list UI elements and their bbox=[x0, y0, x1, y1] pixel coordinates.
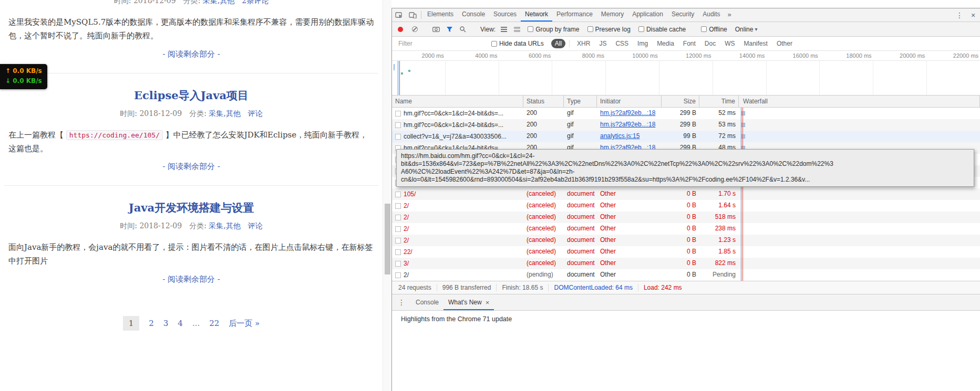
page-link-last[interactable]: 22 bbox=[209, 319, 219, 328]
scrollbar-thumb[interactable] bbox=[385, 204, 390, 274]
request-initiator[interactable]: analytics.js:15 bbox=[600, 132, 639, 140]
drawer-tab-label: What's New bbox=[448, 299, 482, 306]
post-title[interactable]: Java开发环境搭建与设置 bbox=[0, 200, 383, 215]
column-header-type[interactable]: Type bbox=[564, 96, 597, 107]
table-row[interactable]: 2/(canceled)documentOther0 B1.23 s bbox=[392, 235, 980, 246]
post-time: 时间: 2018-12-09 bbox=[120, 109, 182, 118]
group-by-frame-checkbox[interactable]: Group by frame bbox=[528, 26, 579, 33]
filter-pill-media[interactable]: Media bbox=[653, 39, 678, 48]
screenshot-icon[interactable] bbox=[431, 26, 441, 32]
filter-pill-doc[interactable]: Doc bbox=[701, 39, 719, 48]
devtools-close-icon[interactable]: × bbox=[966, 8, 980, 22]
column-header-initiator[interactable]: Initiator bbox=[597, 96, 662, 107]
pill-separator bbox=[569, 40, 570, 47]
tab-memory[interactable]: Memory bbox=[597, 8, 628, 22]
filter-pill-css[interactable]: CSS bbox=[612, 39, 632, 48]
column-header-size[interactable]: Size bbox=[662, 96, 699, 107]
filter-pill-manifest[interactable]: Manifest bbox=[740, 39, 771, 48]
read-more-link[interactable]: - 阅读剩余部分 - bbox=[162, 49, 220, 59]
table-row[interactable]: hm.gif?cc=0&ck=1&cl=24-bit&ds=...200gifh… bbox=[392, 119, 980, 131]
table-row[interactable]: collect?v=1&_v=j72&a=430033506...200gifa… bbox=[392, 131, 980, 142]
table-row[interactable]: 3/(canceled)documentOther0 B822 ms bbox=[392, 258, 980, 269]
request-name: 2/ bbox=[404, 235, 409, 246]
file-icon bbox=[395, 215, 401, 220]
request-time: 72 ms bbox=[699, 131, 739, 142]
read-more-link[interactable]: - 阅读剩余部分 - bbox=[162, 162, 220, 171]
device-toolbar-icon[interactable] bbox=[406, 8, 419, 22]
table-row[interactable]: hm.gif?cc=0&ck=1&cl=24-bit&ds=...200gifh… bbox=[392, 108, 980, 119]
drawer-tab-console[interactable]: Console bbox=[411, 294, 443, 310]
offline-checkbox[interactable]: Offline bbox=[701, 26, 727, 33]
tab-application[interactable]: Application bbox=[628, 8, 667, 22]
category-link[interactable]: 采集,其他 bbox=[209, 221, 240, 230]
page-link[interactable]: 3 bbox=[163, 319, 169, 328]
timeline-overview[interactable] bbox=[392, 61, 980, 96]
filter-pill-js[interactable]: JS bbox=[595, 39, 610, 48]
column-header-name[interactable]: Name bbox=[392, 96, 523, 107]
tab-console[interactable]: Console bbox=[458, 8, 489, 22]
category-link[interactable]: 采集,其他 bbox=[203, 0, 234, 5]
clear-icon[interactable] bbox=[412, 26, 418, 32]
page-link[interactable]: 4 bbox=[178, 319, 183, 328]
request-name: 2/ bbox=[404, 224, 409, 235]
request-initiator-cell: hm.js?2af92eb...:18 bbox=[597, 108, 662, 119]
filter-pill-all[interactable]: All bbox=[551, 39, 565, 48]
post-time: 时间: 2018-12-09 bbox=[114, 0, 176, 5]
next-page-link[interactable]: 后一页 » bbox=[229, 319, 260, 328]
table-row[interactable]: 2/(canceled)documentOther0 B238 ms bbox=[392, 223, 980, 235]
comments-link[interactable]: 2条评论 bbox=[242, 0, 269, 5]
drawer-tab-whats-new[interactable]: What's New× bbox=[443, 294, 494, 310]
tab-elements[interactable]: Elements bbox=[423, 8, 458, 22]
filter-pill-xhr[interactable]: XHR bbox=[573, 39, 594, 48]
request-initiator[interactable]: hm.js?2af92eb...:18 bbox=[600, 121, 655, 128]
inline-code-url[interactable]: https://coding.ee/105/ bbox=[66, 130, 163, 140]
filter-icon[interactable] bbox=[445, 26, 454, 33]
preserve-log-checkbox[interactable]: Preserve log bbox=[587, 26, 631, 33]
request-initiator[interactable]: hm.js?2af92eb...:18 bbox=[600, 109, 655, 117]
column-header-time[interactable]: Time bbox=[699, 96, 739, 107]
disable-cache-checkbox[interactable]: Disable cache bbox=[638, 26, 686, 33]
comments-link[interactable]: 评论 bbox=[248, 109, 263, 118]
request-size: 0 B bbox=[662, 223, 699, 235]
page-link[interactable]: 2 bbox=[149, 319, 154, 328]
tab-network[interactable]: Network bbox=[521, 8, 552, 22]
throttling-select[interactable]: Online▾ bbox=[735, 26, 758, 33]
filter-pill-img[interactable]: Img bbox=[634, 39, 652, 48]
table-row[interactable]: 105/(canceled)documentOther0 B1.70 s bbox=[392, 188, 980, 200]
post-text: 在上一篇教程【 bbox=[8, 130, 66, 140]
devtools-menu-icon[interactable]: ⋮ bbox=[953, 8, 966, 22]
filter-pill-other[interactable]: Other bbox=[773, 39, 796, 48]
page-scrollbar[interactable] bbox=[383, 0, 391, 391]
read-more-link[interactable]: - 阅读剩余部分 - bbox=[162, 274, 220, 284]
close-icon[interactable]: × bbox=[486, 299, 490, 307]
view-list-icon[interactable] bbox=[499, 27, 509, 32]
table-row[interactable]: 2/(canceled)documentOther0 B518 ms bbox=[392, 212, 980, 223]
view-large-icon[interactable] bbox=[512, 27, 522, 32]
column-header-waterfall[interactable]: Waterfall bbox=[739, 96, 980, 107]
table-row[interactable]: 22/(canceled)documentOther0 B1.85 s bbox=[392, 246, 980, 258]
request-name-cell: 2/ bbox=[392, 235, 523, 246]
drawer-menu-icon[interactable]: ⋮ bbox=[392, 294, 411, 310]
tab-audits[interactable]: Audits bbox=[698, 8, 724, 22]
table-row[interactable]: 2/(pending)documentOther0 BPending bbox=[392, 269, 980, 281]
tab-performance[interactable]: Performance bbox=[552, 8, 597, 22]
inspect-icon[interactable] bbox=[392, 8, 406, 22]
filter-input[interactable] bbox=[397, 39, 484, 48]
column-header-status[interactable]: Status bbox=[523, 96, 564, 107]
tab-sources[interactable]: Sources bbox=[489, 8, 521, 22]
ruler-label: 2000 ms bbox=[392, 51, 446, 60]
search-icon[interactable] bbox=[458, 26, 467, 33]
hide-data-urls-checkbox[interactable]: Hide data URLs bbox=[491, 40, 544, 47]
filter-pill-ws[interactable]: WS bbox=[721, 39, 738, 48]
category-link[interactable]: 采集,其他 bbox=[209, 109, 240, 118]
post-title[interactable]: Eclipse导入Java项目 bbox=[0, 88, 383, 103]
ruler-label: 4000 ms bbox=[446, 51, 499, 60]
filter-pill-font[interactable]: Font bbox=[679, 39, 699, 48]
table-row[interactable]: 2/(canceled)documentOther0 B1.64 s bbox=[392, 200, 980, 212]
tab-security[interactable]: Security bbox=[667, 8, 698, 22]
more-tabs-icon[interactable]: » bbox=[725, 8, 735, 22]
request-name-cell: hm.gif?cc=0&ck=1&cl=24-bit&ds=... bbox=[392, 108, 523, 119]
comments-link[interactable]: 评论 bbox=[248, 221, 263, 230]
page-ellipsis: ... bbox=[192, 319, 200, 328]
record-icon[interactable] bbox=[398, 27, 403, 32]
